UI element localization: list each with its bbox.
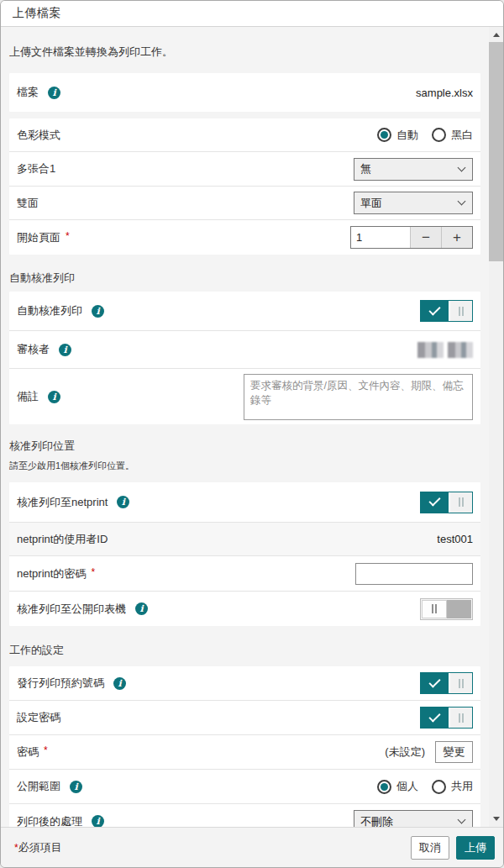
public-printer-toggle-label: 核准列印至公開印表機 — [17, 602, 126, 617]
netprint-password-label: netprint的密碼 — [17, 566, 86, 581]
radio-color-auto[interactable]: 自動 — [377, 128, 418, 143]
job-settings-card: 發行列印預約號碼 i 設定密碼 — [9, 666, 480, 827]
start-page-input[interactable] — [351, 227, 410, 248]
dialog-title: 上傳檔案 — [13, 6, 61, 21]
nup-row: 多張合1 無 — [9, 152, 480, 187]
arrow-down-icon — [493, 817, 500, 821]
job-settings-heading: 工作的設定 — [9, 643, 480, 658]
auto-approve-toggle-label: 自動核准列印 — [17, 303, 82, 318]
scope-label: 公開範圍 — [17, 779, 60, 794]
dialog-body: 上傳文件檔案並轉換為列印工作。 檔案 i sample.xlsx 色彩模式 自動 — [1, 27, 503, 827]
set-password-toggle[interactable] — [420, 707, 473, 729]
auto-approve-heading: 自動核准列印 — [9, 271, 480, 286]
netprint-password-input[interactable] — [355, 563, 473, 585]
radio-selected-icon — [377, 780, 391, 794]
password-status: (未設定) — [385, 744, 425, 760]
netprint-user-value: test001 — [437, 533, 473, 545]
required-asterisk: * — [91, 566, 95, 578]
file-row: 檔案 i sample.xlsx — [9, 73, 480, 112]
print-options-card: 色彩模式 自動 黑白 多張合1 無 — [9, 118, 480, 255]
nup-select-value: 無 — [360, 161, 371, 176]
note-row: 備註 i — [9, 369, 480, 424]
scrollbar — [489, 27, 503, 827]
after-print-label: 列印後的處理 — [17, 814, 82, 828]
scope-row: 公開範圍 i 個人 共用 — [9, 770, 480, 804]
chevron-down-icon — [458, 197, 466, 206]
file-value: sample.xlsx — [416, 87, 473, 99]
radio-color-bw[interactable]: 黑白 — [432, 128, 473, 143]
reviewer-row: 審核者 i — [9, 331, 480, 369]
file-label: 檔案 — [17, 85, 39, 100]
toggle-bars-icon — [459, 307, 464, 316]
upload-file-dialog: 上傳檔案 上傳文件檔案並轉換為列印工作。 檔案 i sample.xlsx 色彩… — [0, 0, 504, 868]
public-printer-toggle-row: 核准列印至公開印表機 i — [9, 592, 480, 626]
radio-color-bw-label: 黑白 — [451, 128, 473, 143]
info-icon[interactable]: i — [135, 602, 148, 615]
netprint-user-label: netprint的使用者ID — [17, 532, 108, 547]
auto-approve-toggle[interactable] — [420, 300, 473, 322]
radio-scope-personal-label: 個人 — [396, 779, 418, 794]
start-page-label: 開始頁面 — [17, 230, 60, 245]
required-asterisk: * — [44, 744, 48, 756]
netprint-toggle-label: 核准列印至netprint — [17, 495, 108, 510]
approve-location-note: 請至少啟用1個核准列印位置。 — [9, 460, 480, 472]
info-icon[interactable]: i — [70, 781, 82, 793]
check-icon — [428, 494, 440, 506]
nup-select[interactable]: 無 — [354, 158, 473, 181]
password-label: 密碼 — [17, 744, 39, 760]
scroll-down-button[interactable] — [489, 812, 503, 826]
toggle-bars-icon — [459, 679, 464, 688]
cancel-button[interactable]: 取消 — [411, 836, 449, 860]
info-icon[interactable]: i — [113, 677, 126, 690]
reservation-toggle-label: 發行列印預約號碼 — [17, 676, 104, 691]
toggle-bars-icon — [459, 497, 464, 507]
minus-button[interactable]: − — [410, 227, 441, 248]
auto-approve-toggle-row: 自動核准列印 i — [9, 292, 480, 331]
scroll-up-button[interactable] — [489, 28, 503, 42]
required-note: *必須項目 — [9, 840, 62, 855]
start-page-stepper: − + — [350, 226, 473, 249]
change-password-button[interactable]: 變更 — [435, 741, 473, 763]
nup-label: 多張合1 — [17, 161, 55, 176]
duplex-row: 雙面 單面 — [9, 187, 480, 220]
toggle-bars-icon — [459, 713, 464, 723]
file-card: 檔案 i sample.xlsx — [9, 73, 480, 112]
required-asterisk: * — [14, 842, 18, 854]
info-icon[interactable]: i — [48, 87, 60, 99]
required-asterisk: * — [66, 230, 70, 242]
toggle-bars-icon — [432, 604, 437, 613]
info-icon[interactable]: i — [59, 344, 71, 356]
after-print-select[interactable]: 不刪除 — [354, 810, 473, 827]
reservation-toggle-row: 發行列印預約號碼 i — [9, 666, 480, 701]
info-icon[interactable]: i — [48, 391, 60, 403]
reservation-toggle[interactable] — [420, 672, 473, 694]
check-icon — [428, 676, 440, 687]
info-icon[interactable]: i — [92, 815, 104, 827]
duplex-select-value: 單面 — [360, 196, 382, 211]
radio-scope-shared[interactable]: 共用 — [432, 779, 473, 794]
radio-scope-personal[interactable]: 個人 — [377, 779, 418, 794]
plus-button[interactable]: + — [441, 227, 472, 248]
intro-text: 上傳文件檔案並轉換為列印工作。 — [9, 27, 480, 60]
info-icon[interactable]: i — [117, 496, 129, 508]
duplex-select[interactable]: 單面 — [354, 192, 473, 214]
reviewer-label: 審核者 — [17, 342, 50, 357]
chevron-down-icon — [458, 163, 466, 171]
radio-selected-icon — [377, 128, 391, 142]
netprint-password-row: netprint的密碼 * — [9, 556, 480, 592]
public-printer-toggle[interactable] — [420, 598, 473, 620]
scrollbar-thumb[interactable] — [489, 42, 503, 261]
netprint-toggle[interactable] — [420, 492, 473, 513]
info-icon[interactable]: i — [92, 305, 104, 318]
dialog-header: 上傳檔案 — [1, 1, 503, 27]
check-icon — [428, 710, 440, 722]
duplex-label: 雙面 — [17, 196, 39, 211]
radio-scope-shared-label: 共用 — [451, 779, 473, 794]
approve-location-card: 核准列印至netprint i netprint的使用者ID test001 n… — [9, 482, 480, 626]
after-print-row: 列印後的處理 i 不刪除 — [9, 804, 480, 827]
note-textarea[interactable] — [244, 374, 473, 420]
password-row: 密碼 * (未設定) 變更 — [9, 735, 480, 770]
upload-button[interactable]: 上傳 — [456, 836, 495, 860]
after-print-select-value: 不刪除 — [360, 814, 393, 828]
radio-unselected-icon — [432, 780, 446, 794]
